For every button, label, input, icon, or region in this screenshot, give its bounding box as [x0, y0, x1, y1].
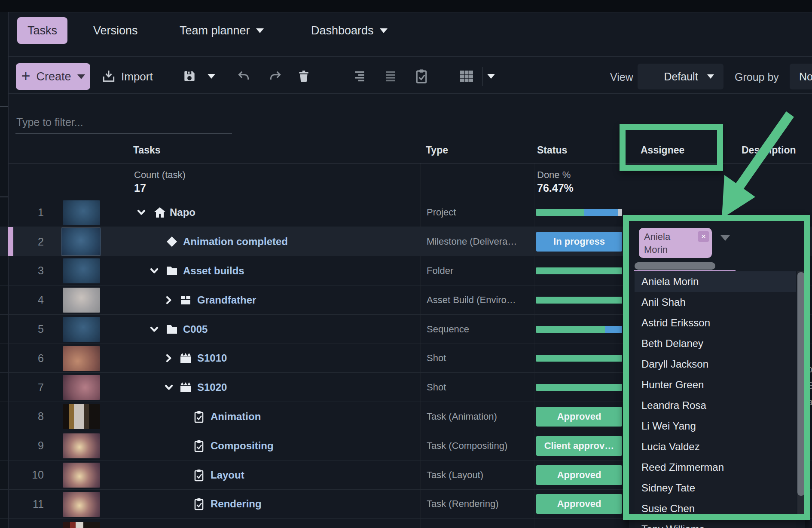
import-icon: [101, 69, 116, 84]
tree-collapse-chevron-icon[interactable]: [150, 266, 159, 276]
row-number: 4: [21, 285, 44, 315]
task-label[interactable]: S1010: [197, 344, 227, 373]
assignee-option[interactable]: Leandra Rosa: [635, 395, 796, 416]
tab-team-planner[interactable]: Team planner: [180, 17, 264, 44]
thumbnail[interactable]: [63, 346, 100, 371]
thumbnail[interactable]: [63, 200, 100, 225]
redo-button[interactable]: [269, 69, 283, 83]
assignee-option[interactable]: Aniela Morin: [635, 271, 796, 292]
thumbnail: [63, 522, 100, 528]
thumbnail[interactable]: [63, 258, 100, 283]
task-label[interactable]: Layout: [211, 460, 244, 490]
tab-versions[interactable]: Versions: [93, 17, 138, 44]
task-label[interactable]: Napo: [170, 198, 195, 227]
box-icon: [179, 293, 192, 307]
progress-bar: [536, 209, 622, 216]
thumbnail[interactable]: [63, 317, 100, 342]
clipboard-icon: [192, 497, 206, 511]
task-checklist-button[interactable]: [413, 68, 430, 84]
assignee-option[interactable]: Susie Chen: [635, 498, 796, 519]
type-cell[interactable]: Project: [427, 198, 456, 227]
type-cell[interactable]: Task (Layout): [427, 460, 483, 490]
clapper-icon: [179, 381, 192, 394]
save-options-chevron-icon[interactable]: [208, 74, 215, 79]
scrollbar-thumb[interactable]: [797, 272, 805, 496]
assignee-option[interactable]: Reed Zimmerman: [635, 457, 796, 478]
view-select[interactable]: Default: [638, 64, 723, 89]
tree-collapse-chevron-icon[interactable]: [164, 383, 174, 392]
assignee-tag[interactable]: Aniela Morin ×: [639, 228, 712, 258]
type-cell[interactable]: Task (Rendering): [427, 490, 499, 519]
count-value: 17: [134, 182, 146, 194]
task-label[interactable]: Rendering: [211, 490, 262, 519]
grid-options-chevron-icon[interactable]: [487, 74, 495, 79]
column-header-tasks[interactable]: Tasks: [133, 144, 161, 156]
task-label[interactable]: Animation: [211, 402, 261, 431]
thumbnail[interactable]: [63, 433, 100, 458]
tab-dashboards[interactable]: Dashboards: [311, 17, 388, 44]
thumbnail[interactable]: [63, 288, 100, 313]
horizontal-scrollbar[interactable]: [635, 262, 715, 270]
assignee-option[interactable]: Hunter Green: [635, 375, 796, 395]
tree-collapse-chevron-icon[interactable]: [150, 325, 159, 334]
status-badge[interactable]: Approved: [536, 407, 622, 427]
column-header-status[interactable]: Status: [537, 144, 567, 156]
thumbnail[interactable]: [61, 228, 101, 255]
type-cell[interactable]: Shot: [427, 373, 446, 402]
column-header-type[interactable]: Type: [426, 144, 448, 156]
column-header-description[interactable]: Description: [742, 144, 796, 156]
tree-expand-chevron-icon[interactable]: [164, 295, 174, 305]
task-label[interactable]: Compositing: [211, 431, 274, 460]
import-button[interactable]: Import: [101, 63, 153, 90]
filter-input[interactable]: [15, 111, 232, 134]
tree-expand-chevron-icon[interactable]: [164, 353, 174, 363]
thumbnail[interactable]: [63, 375, 100, 400]
task-label[interactable]: S1020: [197, 373, 227, 402]
task-label[interactable]: Animation completed: [183, 227, 288, 256]
task-label[interactable]: Asset builds: [183, 256, 244, 285]
justify-lines-button[interactable]: [383, 69, 398, 83]
status-badge[interactable]: Approved: [536, 465, 622, 485]
status-badge[interactable]: In progress: [536, 232, 622, 252]
task-label[interactable]: C005: [183, 315, 208, 344]
progress-segment-gray: [618, 209, 622, 216]
status-badge[interactable]: Client approv…: [536, 436, 622, 456]
thumbnail[interactable]: [63, 463, 100, 488]
type-cell[interactable]: Milestone (Delivera…: [427, 227, 517, 256]
assignee-option[interactable]: Tony Williams: [635, 519, 796, 528]
thumbnail[interactable]: [63, 492, 100, 517]
tree-collapse-chevron-icon[interactable]: [137, 208, 146, 217]
assignee-option[interactable]: Sidney Tate: [635, 478, 796, 498]
type-cell[interactable]: Sequence: [427, 315, 469, 344]
assignee-option[interactable]: Anil Shah: [635, 292, 796, 313]
thumbnail[interactable]: [63, 404, 100, 429]
assignee-option[interactable]: Lucia Valdez: [635, 436, 796, 457]
task-label[interactable]: Grandfather: [197, 285, 256, 315]
group-by-select[interactable]: Non: [790, 64, 812, 89]
column-header-assignee[interactable]: Assignee: [641, 144, 684, 156]
app-window: TasksVersionsTeam plannerDashboards + Cr…: [0, 0, 812, 528]
type-cell[interactable]: Task (Compositing): [427, 431, 507, 460]
indent-right-button[interactable]: [352, 69, 367, 83]
assignee-option[interactable]: Li Wei Yang: [635, 416, 796, 436]
assignee-dropdown-chevron-icon[interactable]: [720, 235, 730, 241]
remove-tag-button[interactable]: ×: [698, 231, 709, 242]
done-value: 76.47%: [537, 182, 574, 194]
assignee-option[interactable]: Astrid Eriksson: [635, 313, 796, 333]
tab-tasks[interactable]: Tasks: [17, 17, 67, 44]
import-button-label: Import: [121, 70, 153, 83]
assignee-option[interactable]: Daryll Jackson: [635, 354, 796, 375]
status-badge[interactable]: Approved: [536, 494, 622, 514]
type-cell[interactable]: Shot: [427, 344, 446, 373]
folder-icon: [165, 322, 179, 336]
delete-button[interactable]: [296, 69, 311, 83]
save-button[interactable]: [182, 69, 197, 83]
type-cell[interactable]: Asset Build (Enviro…: [427, 285, 516, 315]
undo-button[interactable]: [236, 69, 250, 83]
create-button[interactable]: + Create: [16, 63, 90, 90]
progress-bar: [536, 384, 622, 391]
type-cell[interactable]: Task (Animation): [427, 402, 497, 431]
assignee-option[interactable]: Beth Delaney: [635, 333, 796, 354]
type-cell[interactable]: Folder: [427, 256, 453, 285]
grid-view-button[interactable]: [458, 68, 475, 85]
